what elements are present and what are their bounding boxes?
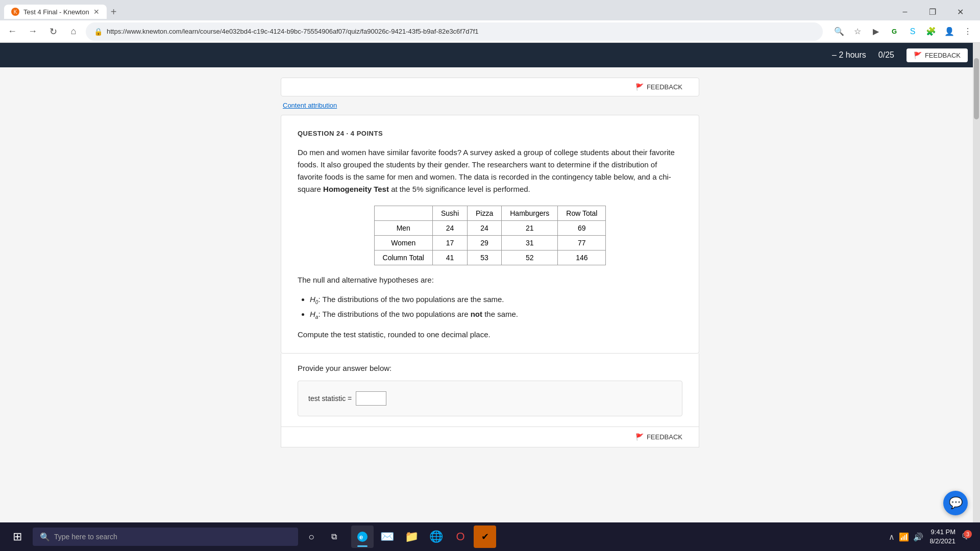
question-points: 4 POINTS	[351, 130, 383, 137]
clock: 9:41 PM 8/2/2021	[929, 528, 955, 546]
table-cell: Row Total	[558, 206, 606, 221]
play-icon[interactable]: ▶	[868, 23, 884, 40]
question-separator: ·	[347, 130, 351, 137]
feedback-icon: 🚩	[914, 52, 922, 59]
scrollbar-thumb[interactable]	[974, 58, 979, 119]
table-row: Column Total 41 53 52 146	[374, 251, 606, 265]
table-cell: 21	[502, 221, 558, 236]
taskbar-mail-icon[interactable]: ✉️	[376, 525, 398, 548]
table-cell: Column Total	[374, 251, 432, 265]
feedback-label: FEEDBACK	[925, 52, 961, 59]
table-row: Men 24 24 21 69	[374, 221, 606, 236]
answer-input-area: test statistic =	[298, 381, 682, 416]
browser-tab[interactable]: K Test 4 Final - Knewton ✕	[4, 5, 107, 19]
bottom-feedback-button[interactable]: 🚩 FEEDBACK	[635, 433, 682, 441]
question-number: QUESTION 24	[298, 130, 344, 137]
table-cell: Pizza	[468, 206, 502, 221]
url-bar[interactable]: 🔒 https://www.knewton.com/learn/course/4…	[86, 22, 823, 41]
contingency-table: Sushi Pizza Hamburgers Row Total Men 24 …	[374, 206, 606, 265]
notification-center[interactable]: 🗨 3	[962, 532, 970, 541]
table-cell: 41	[432, 251, 467, 265]
home-button[interactable]: ⌂	[65, 23, 82, 40]
tray-network-icon[interactable]: 📶	[899, 532, 909, 542]
table-cell: 24	[432, 221, 467, 236]
tray-icons: ∧ 📶 🔊	[889, 532, 923, 542]
tray-volume-icon[interactable]: 🔊	[913, 532, 923, 542]
browser-toolbar: 🔍 ☆ ▶ G S 🧩 👤 ⋮	[831, 23, 976, 40]
taskbar-edge-icon[interactable]: e	[351, 525, 374, 548]
security-icon: 🔒	[94, 28, 103, 36]
hypothesis-list: H0: The distributions of the two populat…	[310, 292, 682, 322]
table-cell: 17	[432, 236, 467, 251]
scrollbar[interactable]	[973, 43, 980, 522]
page-content: 🚩 FEEDBACK Content attribution QUESTION …	[0, 67, 980, 522]
taskbar-search[interactable]: 🔍 Type here to search	[33, 528, 298, 546]
table-cell: 52	[502, 251, 558, 265]
taskbar-search-text: Type here to search	[54, 533, 117, 541]
reload-button[interactable]: ↻	[45, 23, 61, 40]
app-header: – 2 hours 0/25 🚩 FEEDBACK	[0, 43, 980, 67]
maximize-button[interactable]: ❐	[921, 4, 944, 20]
null-hypothesis: H0: The distributions of the two populat…	[310, 292, 682, 307]
table-cell: 69	[558, 221, 606, 236]
menu-icon[interactable]: ⋮	[960, 23, 976, 40]
grammarly-icon[interactable]: G	[886, 23, 902, 40]
answer-card: Provide your answer below: test statisti…	[281, 354, 699, 427]
compute-instruction: Compute the test statistic, rounded to o…	[298, 330, 682, 339]
taskbar-search-icon: 🔍	[40, 532, 50, 542]
question-body: Do men and women have similar favorite f…	[298, 146, 682, 195]
top-feedback-icon: 🚩	[635, 83, 644, 91]
test-statistic-input[interactable]	[356, 391, 386, 406]
top-feedback-label: FEEDBACK	[647, 83, 682, 91]
table-row: Women 17 29 31 77	[374, 236, 606, 251]
table-header-row: Sushi Pizza Hamburgers Row Total	[374, 206, 606, 221]
table-cell: 24	[468, 221, 502, 236]
extensions-icon[interactable]: 🧩	[923, 23, 939, 40]
feedback-button[interactable]: 🚩 FEEDBACK	[906, 48, 968, 62]
table-cell: 146	[558, 251, 606, 265]
content-attribution-link[interactable]: Content attribution	[281, 102, 339, 109]
input-label: test statistic =	[308, 394, 352, 403]
minimize-button[interactable]: –	[893, 4, 917, 20]
question-body-end: at the 5% significance level is performe…	[391, 185, 530, 193]
taskbar-chrome-icon[interactable]: 🌐	[425, 525, 447, 548]
skype-icon[interactable]: S	[904, 23, 921, 40]
progress: 0/25	[878, 51, 894, 60]
timer-info: – 2 hours 0/25 🚩 FEEDBACK	[832, 48, 968, 62]
notification-count: 3	[964, 530, 972, 538]
tray-up-arrow[interactable]: ∧	[889, 532, 895, 542]
hypothesis-intro: The null and alternative hypotheses are:	[298, 276, 682, 284]
start-button[interactable]: ⊞	[6, 525, 29, 548]
bookmark-icon[interactable]: ☆	[849, 23, 866, 40]
question-card: QUESTION 24 · 4 POINTS Do men and women …	[281, 115, 699, 354]
cortana-button[interactable]: ○	[302, 528, 321, 546]
table-cell	[374, 206, 432, 221]
taskbar-files-icon[interactable]: 📁	[400, 525, 423, 548]
alt-hypothesis: Ha: The distributions of the two populat…	[310, 307, 682, 322]
window-controls: – ❐ ✕	[893, 4, 976, 20]
chat-icon: 💬	[949, 496, 963, 510]
new-tab-button[interactable]: +	[111, 6, 117, 18]
table-cell: Hamburgers	[502, 206, 558, 221]
task-view-button[interactable]: ⧉	[325, 528, 343, 546]
taskbar: ⊞ 🔍 Type here to search ○ ⧉ e ✉️ 📁 🌐 O ✔…	[0, 522, 980, 551]
forward-button[interactable]: →	[24, 23, 41, 40]
tab-close-button[interactable]: ✕	[93, 8, 100, 16]
table-cell: 29	[468, 236, 502, 251]
timer: – 2 hours	[832, 51, 866, 60]
back-button[interactable]: ←	[4, 23, 20, 40]
profile-icon[interactable]: 👤	[941, 23, 958, 40]
close-button[interactable]: ✕	[948, 4, 972, 20]
chat-widget-button[interactable]: 💬	[943, 491, 968, 515]
search-icon[interactable]: 🔍	[831, 23, 847, 40]
table-cell: Men	[374, 221, 432, 236]
taskbar-apps: e ✉️ 📁 🌐 O ✔	[351, 525, 496, 548]
address-bar: ← → ↻ ⌂ 🔒 https://www.knewton.com/learn/…	[0, 20, 980, 43]
bottom-feedback-label: FEEDBACK	[647, 433, 682, 441]
provide-answer-label: Provide your answer below:	[298, 364, 682, 372]
question-header: QUESTION 24 · 4 POINTS	[298, 130, 682, 137]
taskbar-task-icon[interactable]: ✔	[474, 525, 496, 548]
taskbar-office-icon[interactable]: O	[449, 525, 472, 548]
top-feedback-button[interactable]: 🚩 FEEDBACK	[635, 83, 682, 91]
url-text: https://www.knewton.com/learn/course/4e0…	[107, 28, 479, 35]
